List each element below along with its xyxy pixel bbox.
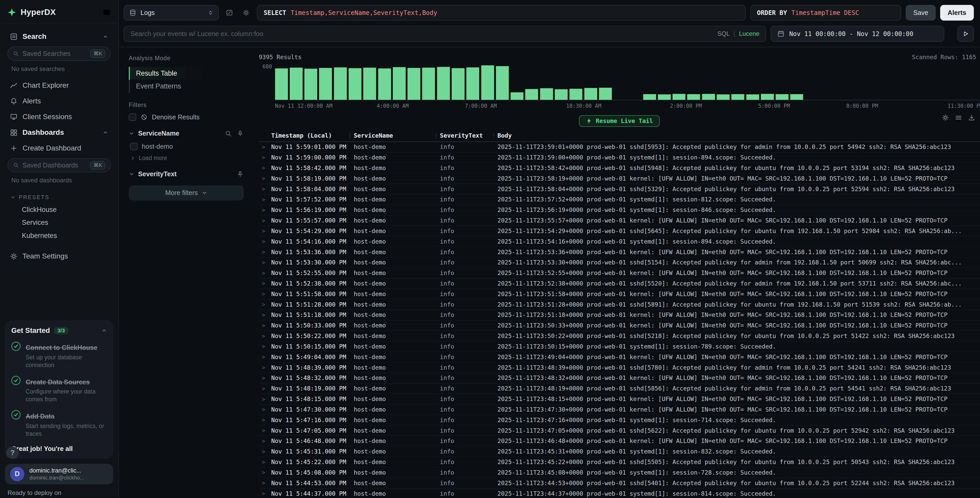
histogram-bar[interactable] — [776, 94, 789, 100]
row-expand-icon[interactable]: > — [259, 333, 271, 339]
col-body[interactable]: Body — [498, 132, 980, 139]
histogram-bar[interactable] — [319, 68, 332, 100]
select-query-input[interactable]: SELECT Timestamp,ServiceName,SeverityTex… — [257, 5, 746, 21]
alerts-button[interactable]: Alerts — [940, 5, 974, 21]
table-row[interactable]: >Nov 11 5:52:38.000 PMhost-demoinfo2025-… — [259, 279, 980, 289]
histogram-bar[interactable] — [790, 94, 803, 100]
table-row[interactable]: >Nov 11 5:51:28.000 PMhost-demoinfo2025-… — [259, 299, 980, 310]
histogram-bar[interactable] — [599, 88, 612, 100]
row-expand-icon[interactable]: > — [259, 438, 271, 444]
preset-kubernetes[interactable]: Kubernetes — [6, 229, 112, 242]
histogram-bar[interactable] — [643, 94, 656, 100]
col-servicename[interactable]: ServiceName — [354, 132, 440, 139]
orderby-input[interactable]: ORDER BY TimestampTime DESC — [750, 5, 901, 21]
table-row[interactable]: >Nov 11 5:45:22.000 PMhost-demoinfo2025-… — [259, 457, 980, 468]
more-filters-button[interactable]: More filters — [129, 185, 244, 200]
date-range-picker[interactable]: Nov 11 00:00:00 - Nov 12 00:00:00 — [770, 26, 944, 42]
row-expand-icon[interactable]: > — [259, 164, 271, 171]
table-row[interactable]: >Nov 11 5:57:52.000 PMhost-demoinfo2025-… — [259, 195, 980, 205]
table-row[interactable]: >Nov 11 5:56:19.000 PMhost-demoinfo2025-… — [259, 205, 980, 215]
table-settings-icon[interactable] — [942, 114, 949, 121]
filter-search-icon[interactable] — [225, 130, 232, 137]
row-expand-icon[interactable]: > — [259, 364, 271, 371]
histogram-bar[interactable] — [348, 68, 361, 100]
histogram-bar[interactable] — [393, 67, 406, 100]
get-started-step[interactable]: Connect to ClickHouse Set up your databa… — [11, 341, 107, 369]
preset-clickhouse[interactable]: ClickHouse — [6, 203, 112, 216]
row-expand-icon[interactable]: > — [259, 459, 271, 465]
row-expand-icon[interactable]: > — [259, 228, 271, 234]
checkbox[interactable] — [130, 143, 138, 150]
table-row[interactable]: >Nov 11 5:58:42.000 PMhost-demoinfo2025-… — [259, 163, 980, 173]
row-expand-icon[interactable]: > — [259, 238, 271, 245]
row-expand-icon[interactable]: > — [259, 270, 271, 276]
histogram-bar[interactable] — [407, 68, 420, 100]
row-expand-icon[interactable]: > — [259, 217, 271, 224]
row-expand-icon[interactable]: > — [259, 312, 271, 318]
histogram-bar[interactable] — [746, 94, 759, 100]
saved-searches-input[interactable]: Saved Searches ⌘K — [8, 46, 111, 61]
row-expand-icon[interactable]: > — [259, 259, 271, 266]
histogram-bar[interactable] — [658, 94, 671, 100]
histogram-bar[interactable] — [363, 68, 376, 100]
table-row[interactable]: >Nov 11 5:44:53.000 PMhost-demoinfo2025-… — [259, 478, 980, 488]
histogram-bar[interactable] — [378, 69, 391, 100]
get-started-step[interactable]: Create Data Sources Configure where your… — [11, 375, 107, 403]
table-row[interactable]: >Nov 11 5:47:05.000 PMhost-demoinfo2025-… — [259, 425, 980, 436]
histogram-bar[interactable] — [304, 69, 317, 100]
row-expand-icon[interactable]: > — [259, 186, 271, 192]
histogram-bar[interactable] — [452, 68, 465, 100]
col-severitytext[interactable]: SeverityText — [440, 132, 498, 139]
table-row[interactable]: >Nov 11 5:47:30.000 PMhost-demoinfo2025-… — [259, 405, 980, 415]
row-expand-icon[interactable]: > — [259, 322, 271, 329]
histogram-bar[interactable] — [673, 94, 686, 100]
table-row[interactable]: >Nov 11 5:58:19.000 PMhost-demoinfo2025-… — [259, 173, 980, 184]
histogram-bar[interactable] — [511, 93, 523, 100]
search-input[interactable] — [130, 30, 713, 38]
row-expand-icon[interactable]: > — [259, 427, 271, 434]
source-settings-button[interactable] — [240, 7, 253, 19]
filter-item-host-demo[interactable]: host-demo — [129, 141, 244, 152]
row-expand-icon[interactable]: > — [259, 417, 271, 423]
row-expand-icon[interactable]: > — [259, 196, 271, 203]
save-button[interactable]: Save — [906, 5, 936, 21]
lucene-toggle[interactable]: Lucene — [739, 30, 759, 37]
row-expand-icon[interactable]: > — [259, 480, 271, 486]
presets-header[interactable]: PRESETS — [6, 189, 112, 203]
table-row[interactable]: >Nov 11 5:48:32.000 PMhost-demoinfo2025-… — [259, 373, 980, 383]
sidebar-item-search[interactable]: Search — [6, 29, 112, 45]
table-row[interactable]: >Nov 11 5:54:29.000 PMhost-demoinfo2025-… — [259, 226, 980, 236]
table-row[interactable]: >Nov 11 5:48:19.000 PMhost-demoinfo2025-… — [259, 383, 980, 394]
histogram-bar[interactable] — [275, 69, 288, 100]
row-density-icon[interactable] — [955, 114, 962, 121]
row-expand-icon[interactable]: > — [259, 154, 271, 161]
row-expand-icon[interactable]: > — [259, 290, 271, 297]
table-row[interactable]: >Nov 11 5:46:48.000 PMhost-demoinfo2025-… — [259, 436, 980, 447]
table-row[interactable]: >Nov 11 5:48:39.000 PMhost-demoinfo2025-… — [259, 362, 980, 373]
histogram-bar[interactable] — [466, 67, 479, 100]
checkbox[interactable] — [129, 113, 136, 121]
table-row[interactable]: >Nov 11 5:53:30.000 PMhost-demoinfo2025-… — [259, 257, 980, 268]
table-row[interactable]: >Nov 11 5:53:36.000 PMhost-demoinfo2025-… — [259, 247, 980, 257]
table-row[interactable]: >Nov 11 5:54:16.000 PMhost-demoinfo2025-… — [259, 236, 980, 247]
download-icon[interactable] — [968, 114, 975, 121]
row-expand-icon[interactable]: > — [259, 469, 271, 476]
sidebar-item-dashboards[interactable]: Dashboards — [6, 125, 112, 140]
histogram-bar[interactable] — [496, 66, 509, 100]
row-expand-icon[interactable]: > — [259, 144, 271, 150]
histogram-bar[interactable] — [555, 89, 568, 100]
event-search-box[interactable]: SQL | Lucene — [124, 26, 766, 42]
row-expand-icon[interactable]: > — [259, 396, 271, 402]
row-expand-icon[interactable]: > — [259, 385, 271, 392]
table-row[interactable]: >Nov 11 5:49:04.000 PMhost-demoinfo2025-… — [259, 352, 980, 362]
histogram-bar[interactable] — [717, 94, 730, 100]
sidebar-collapse-icon[interactable] — [103, 8, 111, 16]
histogram-bar[interactable] — [422, 68, 435, 100]
col-timestamp[interactable]: Timestamp (Local) — [271, 132, 354, 139]
histogram-bar[interactable] — [570, 89, 582, 100]
row-expand-icon[interactable]: > — [259, 449, 271, 455]
table-row[interactable]: >Nov 11 5:51:18.000 PMhost-demoinfo2025-… — [259, 310, 980, 321]
histogram-bar[interactable] — [584, 88, 597, 100]
table-row[interactable]: >Nov 11 5:47:16.000 PMhost-demoinfo2025-… — [259, 415, 980, 425]
pin-icon[interactable] — [237, 171, 244, 178]
